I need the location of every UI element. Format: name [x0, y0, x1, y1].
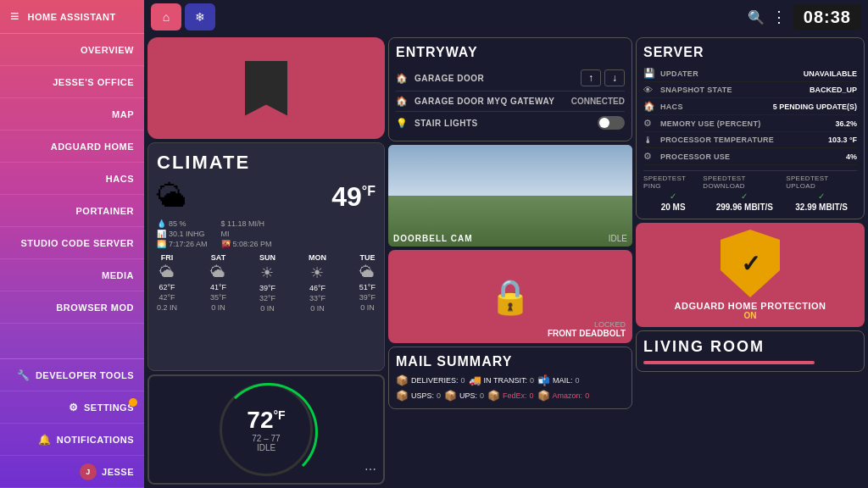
- bookmark-icon: [245, 61, 287, 116]
- mail-deliveries: 📦 DELIVERIES: 0: [396, 374, 465, 386]
- camera-overlay: DOORBELL CAM IDLE: [388, 145, 632, 247]
- speedtest-ping: SPEEDTEST PING ✓ 20 MS: [643, 175, 703, 212]
- sidebar-item-map[interactable]: MAP: [0, 98, 144, 130]
- forecast-day-mon: MON ☀ 46°F 33°F 0 IN: [309, 253, 326, 313]
- sidebar-item-label: JESSE'S OFFICE: [53, 77, 134, 87]
- server-row-snapshot: 👁 SNAPSHOT STATE BACKED_UP: [643, 82, 857, 98]
- sidebar-title: HOME ASSISTANT: [28, 12, 116, 22]
- left-panel: CLIMATE 🌥 49°F 💧 85 % 📊: [147, 37, 385, 485]
- living-room-title: LIVING ROOM: [643, 338, 857, 356]
- tue-weather-icon: 🌥: [359, 263, 375, 281]
- amazon-count: 0: [585, 391, 589, 400]
- ac-nav-button[interactable]: ❄: [185, 3, 215, 30]
- thermostat-range: 72 – 77: [252, 434, 280, 443]
- pressure-icon: 📊: [157, 230, 166, 238]
- climate-temp: 49°F: [331, 181, 376, 213]
- thermostat-card: 72°F 72 – 77 IDLE ⋯: [147, 374, 385, 485]
- garage-door-down-button[interactable]: ↓: [604, 69, 625, 86]
- more-options-button[interactable]: ⋮: [768, 8, 790, 26]
- usps-icon: 📦: [396, 390, 409, 402]
- sidebar-item-label: BROWSER MOD: [56, 302, 134, 313]
- sidebar-item-adguard-home[interactable]: ADGUARD HOME: [0, 130, 144, 163]
- garage-door-up-button[interactable]: ↑: [581, 69, 601, 86]
- menu-icon[interactable]: ≡: [10, 8, 19, 25]
- lock-icon: 🔒: [489, 277, 531, 317]
- sidebar-item-jesse[interactable]: J JESSE: [0, 456, 144, 488]
- sidebar-item-developer-tools[interactable]: 🔧 DEVELOPER TOOLS: [0, 359, 144, 391]
- climate-details: 💧 85 % 📊 30.1 INHG 🌅 7:17:26 AM: [157, 219, 376, 248]
- mail-mail: 📬 MAIL: 0: [537, 374, 580, 386]
- living-room-bar: [643, 361, 815, 364]
- updater-value: UNAVAILABLE: [804, 69, 857, 78]
- content-area: CLIMATE 🌥 49°F 💧 85 % 📊: [144, 34, 868, 488]
- ups-label: UPS:: [459, 391, 477, 400]
- thermostat-temp: 72°F: [247, 407, 285, 434]
- pressure-value: 30.1 INHG: [169, 230, 205, 238]
- sidebar-item-label: SETTINGS: [84, 402, 134, 413]
- mail-icon-icon: 📬: [537, 374, 550, 386]
- usps-label: USPS:: [411, 391, 434, 400]
- entryway-title: ENTRYWAY: [396, 45, 625, 60]
- download-icon: ✓: [741, 191, 748, 201]
- living-room-card: LIVING ROOM: [636, 330, 865, 372]
- server-row-proc-use: ⚙ PROCESSOR USE 4%: [643, 148, 857, 165]
- sunset-icon: 🌇: [221, 240, 231, 248]
- humidity-icon: 💧: [157, 219, 166, 228]
- deliveries-icon: 📦: [396, 374, 409, 386]
- sidebar-item-browser-mod[interactable]: BROWSER MOD: [0, 291, 144, 324]
- adguard-shield: ✓: [721, 230, 780, 297]
- ping-label: SPEEDTEST PING: [643, 175, 703, 190]
- sidebar-item-settings[interactable]: ⚙ SETTINGS: [0, 391, 144, 424]
- memory-icon: ⚙: [643, 118, 655, 129]
- entryway-myq-row: 🏠 GARAGE DOOR MYQ GATEWAY CONNECTED: [396, 92, 625, 112]
- mail-title: MAIL SUMMARY: [396, 354, 625, 369]
- entryway-garage-door-row: 🏠 GARAGE DOOR ↑ ↓: [396, 65, 625, 92]
- sidebar-item-jesses-office[interactable]: JESSE'S OFFICE: [0, 66, 144, 98]
- thermostat-more-icon[interactable]: ⋯: [364, 463, 376, 476]
- lock-info: LOCKED FRONT DEADBOLT: [548, 320, 626, 338]
- sidebar-item-label: MEDIA: [102, 270, 134, 280]
- shield-checkmark-icon: ✓: [741, 250, 760, 278]
- right-panel: SERVER 💾 UPDATER UNAVAILABLE 👁 SNAPSHOT …: [636, 37, 865, 485]
- updater-label: UPDATER: [660, 69, 798, 78]
- sidebar-item-label: ADGUARD HOME: [51, 141, 134, 152]
- thermostat-status: IDLE: [257, 443, 275, 452]
- ping-icon: ✓: [670, 191, 676, 201]
- sidebar-bottom: 🔧 DEVELOPER TOOLS ⚙ SETTINGS 🔔 NOTIFICAT…: [0, 358, 144, 488]
- speedtest-row: SPEEDTEST PING ✓ 20 MS SPEEDTEST DOWNLOA…: [643, 170, 857, 212]
- snapshot-value: BACKED_UP: [810, 86, 857, 94]
- mail-mail-count: 0: [575, 376, 579, 385]
- climate-title: CLIMATE: [157, 152, 376, 174]
- user-avatar: J: [80, 463, 97, 480]
- search-button[interactable]: 🔍: [748, 9, 765, 25]
- server-row-updater: 💾 UPDATER UNAVAILABLE: [643, 65, 857, 82]
- home-nav-button[interactable]: ⌂: [151, 3, 181, 30]
- stair-lights-toggle[interactable]: [598, 116, 625, 130]
- sidebar-item-label: DEVELOPER TOOLS: [36, 370, 134, 380]
- forecast-day-sun: SUN ☀ 39°F 32°F 0 IN: [259, 253, 275, 313]
- shield-shape: ✓: [721, 230, 780, 297]
- server-row-hacs: 🏠 HACS 5 PENDING UPDATE(S): [643, 98, 857, 115]
- sidebar-header: ≡ HOME ASSISTANT: [0, 0, 144, 34]
- hacs-server-icon: 🏠: [643, 101, 655, 112]
- mon-weather-icon: ☀: [310, 263, 324, 282]
- sidebar-item-notifications[interactable]: 🔔 NOTIFICATIONS: [0, 424, 144, 456]
- sidebar-item-label: JESSE: [102, 467, 134, 477]
- upload-value: 32.99 MBIT/S: [795, 202, 848, 212]
- speedtest-upload: SPEEDTEST UPLOAD ✓ 32.99 MBIT/S: [786, 175, 857, 212]
- toggle-dot: [599, 118, 609, 128]
- sidebar-item-hacs[interactable]: HACS: [0, 163, 144, 195]
- in-transit-icon: 🚚: [469, 374, 481, 386]
- forecast: FRI 🌥 62°F 42°F 0.2 IN SAT 🌥 41°F 35°F 0…: [157, 253, 376, 313]
- mail-usps: 📦 USPS: 0: [396, 390, 441, 402]
- sidebar-item-overview[interactable]: OVERVIEW: [0, 34, 144, 66]
- usps-count: 0: [437, 391, 441, 400]
- proc-temp-value: 103.3 °F: [828, 136, 857, 144]
- sidebar-item-media[interactable]: MEDIA: [0, 259, 144, 291]
- bell-icon: 🔔: [38, 434, 52, 446]
- sidebar-item-studio-code-server[interactable]: STUDIO CODE SERVER: [0, 227, 144, 259]
- settings-icon: ⚙: [69, 402, 79, 413]
- climate-card: CLIMATE 🌥 49°F 💧 85 % 📊: [147, 142, 385, 371]
- sidebar-item-portainer[interactable]: PORTAINER: [0, 195, 144, 227]
- lock-card[interactable]: 🔒 LOCKED FRONT DEADBOLT: [388, 250, 632, 343]
